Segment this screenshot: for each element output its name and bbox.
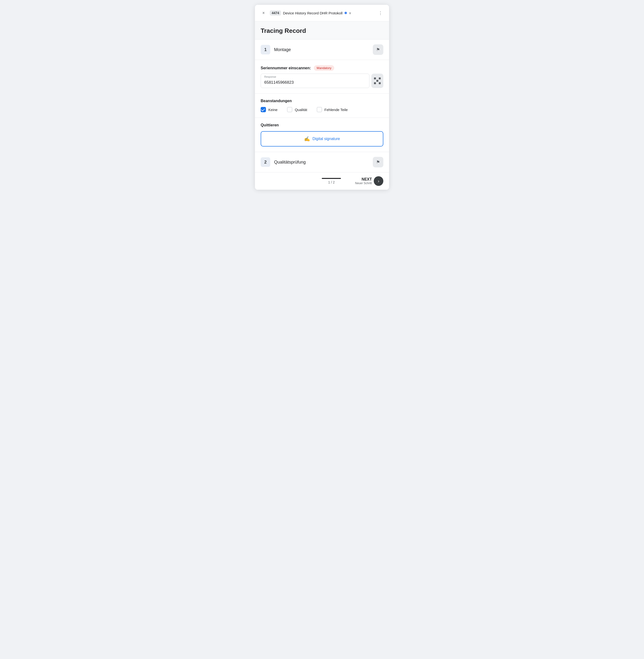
step2-flag-icon: ⚑ [376, 159, 380, 165]
input-floating-label: Response [264, 75, 276, 78]
close-button[interactable]: × [260, 9, 267, 17]
header: × 4474 Device History Record DHR Protoko… [255, 5, 389, 21]
next-button[interactable]: NEXT Neuer Schritt › [355, 176, 383, 186]
step2-header-left: 2 Qualitätsprüfung [261, 157, 306, 167]
quittieren-section: Quittieren ✍ Digital signature [255, 118, 389, 152]
digital-signature-label: Digital signature [313, 137, 340, 141]
qr-icon [374, 78, 381, 84]
checkbox-qualitat[interactable]: Qualität [287, 107, 307, 112]
beanstandungen-section: Beanstandungen Keine Qualität Fehlende T… [255, 93, 389, 118]
checkbox-fehlende-teile[interactable]: Fehlende Teile [317, 107, 348, 112]
step1-number: 1 [261, 45, 270, 54]
header-left: × 4474 Device History Record DHR Protoko… [260, 9, 351, 17]
step1-flag-button[interactable]: ⚑ [373, 44, 383, 55]
qr-scan-button[interactable] [371, 74, 383, 88]
step1-header: 1 Montage ⚑ [261, 44, 383, 55]
serial-number-section: Seriennummer einscannen: Mandatory Respo… [255, 60, 389, 93]
serial-field-label: Seriennummer einscannen: [261, 66, 311, 70]
header-title-group: 4474 Device History Record DHR Protokoll… [270, 10, 351, 16]
serial-input-container[interactable]: Response 6581145966823 [261, 74, 369, 88]
next-label: NEXT [355, 177, 372, 181]
next-arrow-icon: › [378, 179, 379, 184]
chevron-down-icon[interactable]: ∨ [349, 11, 351, 15]
mandatory-badge: Mandatory [314, 65, 334, 71]
checkbox-row: Keine Qualität Fehlende Teile [261, 107, 383, 112]
next-text: NEXT Neuer Schritt [355, 177, 372, 185]
serial-input-wrapper: Response 6581145966823 [261, 74, 383, 88]
field-label-row: Seriennummer einscannen: Mandatory [261, 65, 383, 71]
pagination-bar [322, 178, 341, 179]
checkbox-keine[interactable]: Keine [261, 107, 277, 112]
footer: 1 / 2 NEXT Neuer Schritt › [255, 172, 389, 190]
step2-header: 2 Qualitätsprüfung ⚑ [261, 157, 383, 168]
header-title-text: Device History Record DHR Protokoll [283, 11, 342, 15]
step2-header-section: 2 Qualitätsprüfung ⚑ [255, 152, 389, 172]
step1-header-left: 1 Montage [261, 45, 291, 54]
page-title-section: Tracing Record [255, 21, 389, 40]
checkbox-keine-box[interactable] [261, 107, 266, 112]
checkbox-qualitat-box[interactable] [287, 107, 292, 112]
step1-header-section: 1 Montage ⚑ [255, 40, 389, 60]
checkbox-qualitat-label: Qualität [295, 108, 307, 112]
page-title: Tracing Record [261, 27, 383, 35]
header-status-dot [345, 12, 347, 14]
step1-title: Montage [274, 47, 291, 52]
step2-number: 2 [261, 157, 270, 167]
pagination-text: 1 / 2 [328, 180, 335, 184]
step2-flag-button[interactable]: ⚑ [373, 157, 383, 168]
step2-title: Qualitätsprüfung [274, 160, 306, 165]
signature-icon: ✍ [304, 136, 310, 142]
checkbox-fehlende-teile-label: Fehlende Teile [324, 108, 348, 112]
next-sublabel: Neuer Schritt [355, 181, 372, 185]
flag-icon: ⚑ [376, 47, 380, 52]
next-circle-button[interactable]: › [374, 176, 383, 186]
checkbox-fehlende-teile-box[interactable] [317, 107, 322, 112]
beanstandungen-title: Beanstandungen [261, 99, 383, 103]
header-id-badge: 4474 [270, 10, 281, 16]
quittieren-title: Quittieren [261, 123, 383, 127]
checkbox-keine-label: Keine [268, 108, 277, 112]
digital-signature-button[interactable]: ✍ Digital signature [261, 131, 383, 147]
pagination: 1 / 2 [308, 178, 355, 184]
serial-input-value: 6581145966823 [264, 80, 366, 85]
app-container: × 4474 Device History Record DHR Protoko… [255, 5, 389, 190]
more-options-button[interactable]: ⋮ [377, 9, 384, 17]
